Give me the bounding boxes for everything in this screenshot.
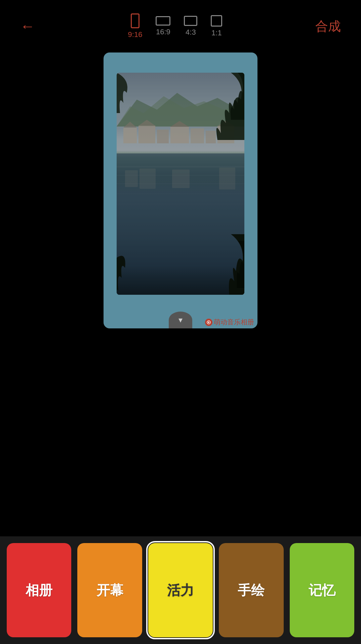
ratio-4-3-label: 4:3 (186, 28, 196, 37)
ratio-1-1-label: 1:1 (211, 29, 222, 37)
tab-memory-label: 记忆 (309, 581, 335, 600)
tab-memory[interactable]: 记忆 (290, 543, 354, 637)
tab-opening-label: 开幕 (96, 581, 123, 600)
watermark-text: 萌动音乐相册 (214, 318, 254, 327)
photo-container (117, 73, 244, 295)
watermark-icon (205, 319, 212, 326)
phone-frame: ▾ 萌动音乐相册 (104, 52, 257, 328)
ratio-9-16[interactable]: 9:16 (128, 13, 143, 39)
bottom-tabs: 相册 开幕 活力 手绘 记忆 (0, 536, 361, 644)
photo-overlay (117, 73, 244, 295)
ratio-9-16-icon (131, 13, 139, 28)
tab-handpaint-label: 手绘 (238, 581, 265, 600)
top-bar: ← 9:16 16:9 4:3 1:1 合成 (0, 0, 361, 46)
ratio-16-9-icon (156, 16, 170, 26)
tab-opening[interactable]: 开幕 (77, 543, 142, 637)
ratio-4-3[interactable]: 4:3 (184, 16, 197, 37)
watermark-logo-svg (206, 320, 211, 325)
ratio-1-1-icon (211, 15, 222, 27)
tab-energy-label: 活力 (167, 581, 194, 600)
ratio-9-16-label: 9:16 (128, 30, 143, 39)
tab-album[interactable]: 相册 (7, 543, 71, 637)
ratio-selector: 9:16 16:9 4:3 1:1 (128, 13, 223, 39)
svg-marker-23 (208, 321, 210, 323)
canvas-area: ▾ 萌动音乐相册 (0, 46, 361, 349)
photo-scene (117, 73, 244, 295)
tab-handpaint[interactable]: 手绘 (219, 543, 283, 637)
chevron-button[interactable]: ▾ (169, 312, 192, 328)
ratio-1-1[interactable]: 1:1 (211, 15, 222, 37)
compose-button[interactable]: 合成 (315, 18, 341, 35)
back-button[interactable]: ← (20, 19, 35, 34)
ratio-16-9[interactable]: 16:9 (156, 16, 170, 36)
tab-energy[interactable]: 活力 (148, 543, 213, 637)
chevron-down-icon: ▾ (178, 315, 183, 325)
ratio-4-3-icon (184, 16, 197, 26)
watermark: 萌动音乐相册 (205, 318, 254, 327)
ratio-16-9-label: 16:9 (156, 28, 170, 36)
tab-album-label: 相册 (26, 581, 52, 600)
